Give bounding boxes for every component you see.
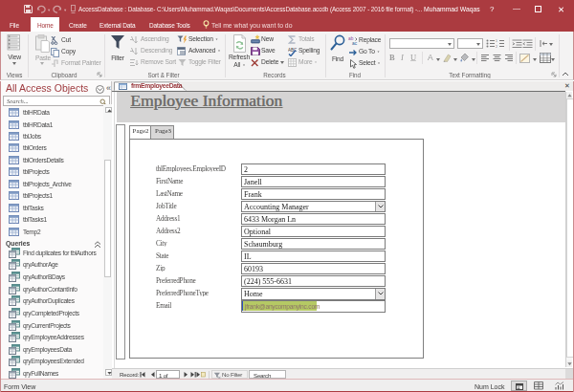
svg-text:ac: ac: [352, 41, 358, 45]
svg-text:ABC: ABC: [288, 48, 298, 53]
svg-text:2: 2: [496, 45, 497, 48]
svg-text:1: 1: [496, 39, 497, 43]
